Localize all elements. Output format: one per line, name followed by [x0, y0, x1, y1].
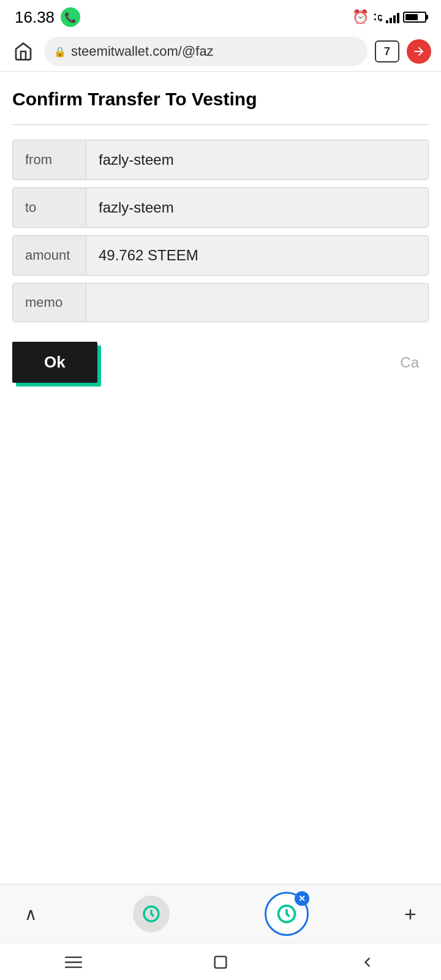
url-bar[interactable]: 🔒 steemitwallet.com/@faz	[44, 37, 368, 66]
nav-up-button[interactable]: ∧	[24, 904, 37, 924]
value-memo	[86, 284, 428, 322]
svg-rect-3	[65, 961, 82, 962]
svg-rect-5	[215, 956, 227, 968]
bottom-nav: ∧ ✕ +	[0, 884, 441, 943]
button-row: Ok Ca	[12, 342, 429, 383]
value-to: fazly-steem	[86, 188, 428, 227]
sys-nav-home[interactable]	[212, 954, 229, 971]
form-row-to: to fazly-steem	[12, 187, 429, 228]
status-time: 16.38	[15, 8, 55, 27]
sys-nav-menu[interactable]	[65, 954, 82, 971]
nav-close-badge: ✕	[295, 891, 309, 906]
ok-button[interactable]: Ok	[12, 342, 97, 383]
divider	[12, 124, 429, 125]
battery-icon	[403, 12, 426, 23]
form-row-from: from fazly-steem	[12, 140, 429, 180]
lock-icon: 🔒	[54, 46, 66, 58]
svg-rect-2	[65, 956, 82, 957]
label-amount: amount	[13, 236, 86, 275]
status-icons: ⏰ ⁚ꞔ	[352, 9, 426, 25]
form-row-memo: memo	[12, 283, 429, 322]
home-button[interactable]	[10, 38, 37, 65]
cancel-button[interactable]: Ca	[400, 354, 429, 371]
page-content: Confirm Transfer To Vesting from fazly-s…	[0, 72, 441, 395]
system-nav	[0, 943, 441, 980]
value-from: fazly-steem	[86, 140, 428, 179]
form-fields: from fazly-steem to fazly-steem amount 4…	[12, 140, 429, 322]
nav-plus-button[interactable]: +	[404, 902, 417, 926]
label-to: to	[13, 188, 86, 227]
form-row-amount: amount 49.762 STEEM	[12, 235, 429, 276]
signal-icon: ⁚ꞔ	[372, 12, 382, 23]
nav-main-icon[interactable]: ✕	[265, 892, 309, 936]
phone-icon: 📞	[61, 7, 80, 27]
signal-bars	[386, 11, 399, 23]
update-button[interactable]	[407, 39, 431, 64]
value-amount: 49.762 STEEM	[86, 236, 428, 275]
label-from: from	[13, 140, 86, 179]
label-memo: memo	[13, 284, 86, 322]
tab-count-button[interactable]: 7	[375, 40, 399, 62]
nav-history-icon[interactable]	[133, 895, 170, 932]
svg-rect-4	[65, 967, 82, 968]
sys-nav-back[interactable]	[359, 954, 376, 971]
page-title: Confirm Transfer To Vesting	[12, 89, 429, 110]
url-text: steemitwallet.com/@faz	[71, 43, 214, 59]
alarm-icon: ⏰	[352, 9, 369, 25]
browser-bar: 🔒 steemitwallet.com/@faz 7	[0, 32, 441, 72]
status-bar: 16.38 📞 ⏰ ⁚ꞔ	[0, 0, 441, 32]
